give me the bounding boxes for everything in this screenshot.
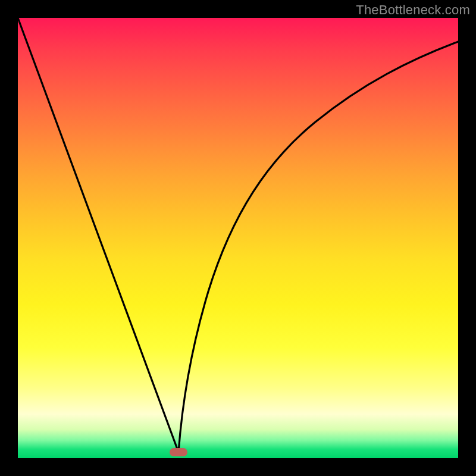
chart-frame: TheBottleneck.com — [0, 0, 476, 476]
watermark-text: TheBottleneck.com — [356, 2, 470, 18]
bottleneck-curve — [18, 18, 458, 458]
plot-area — [18, 18, 458, 458]
optimum-marker — [170, 448, 187, 456]
curve-path — [18, 18, 458, 452]
